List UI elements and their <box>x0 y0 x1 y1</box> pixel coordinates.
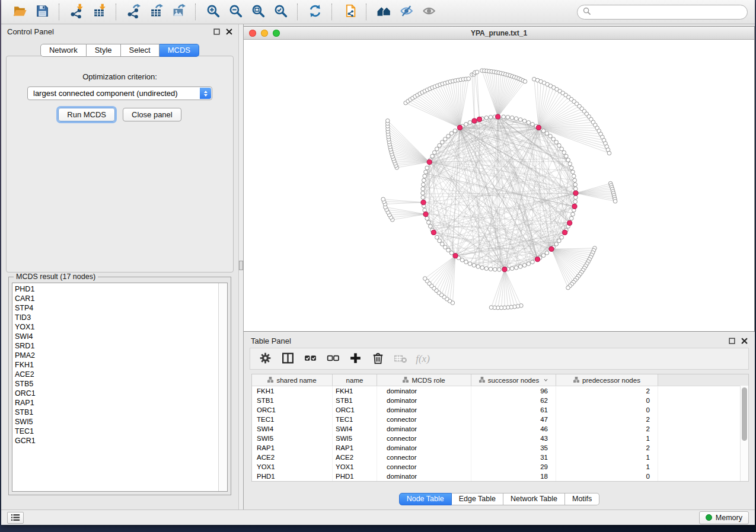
table-cell[interactable]: 0 <box>556 396 658 405</box>
tab-select[interactable]: Select <box>121 44 160 57</box>
column-header-shared-name[interactable]: shared name <box>252 374 333 386</box>
table-row[interactable]: PHD1PHD1dominator180 <box>252 472 748 481</box>
mcds-result-list[interactable]: PHD1CAR1STP4TID3YOX1SWI4SRD1PMA2FKH1ACE2… <box>12 283 228 492</box>
table-cell[interactable]: FKH1 <box>252 386 333 396</box>
export-table-button[interactable] <box>147 3 165 21</box>
tab-node-table[interactable]: Node Table <box>399 493 452 505</box>
table-cell[interactable]: dominator <box>377 472 471 481</box>
mcds-result-item[interactable]: PHD1 <box>15 284 218 294</box>
table-cell[interactable]: 2 <box>556 424 658 434</box>
table-cell[interactable]: connector <box>377 415 471 424</box>
table-cell[interactable]: 18 <box>471 472 556 481</box>
tab-motifs[interactable]: Motifs <box>565 493 599 505</box>
table-scrollbar-thumb[interactable] <box>742 387 747 441</box>
mcds-result-item[interactable]: STB1 <box>15 408 218 417</box>
column-header-successor-nodes[interactable]: successor nodes <box>471 374 556 386</box>
table-cell[interactable]: dominator <box>377 396 471 405</box>
mcds-list-scrollbar[interactable] <box>218 283 227 491</box>
tab-network[interactable]: Network <box>40 44 87 57</box>
table-cell[interactable]: RAP1 <box>333 443 377 453</box>
close-panel-icon[interactable] <box>226 28 232 35</box>
table-cell[interactable]: 96 <box>471 386 556 396</box>
refresh-view-button[interactable] <box>306 3 324 21</box>
mcds-result-item[interactable]: TID3 <box>15 313 218 322</box>
mcds-result-item[interactable]: STB5 <box>15 379 218 389</box>
optimization-criterion-select[interactable]: largest connected component (undirected) <box>27 86 212 100</box>
table-cell[interactable]: SWI4 <box>333 424 377 434</box>
table-cell[interactable]: 43 <box>471 434 556 443</box>
table-cell[interactable]: 0 <box>556 472 658 481</box>
float-panel-icon[interactable] <box>213 28 220 35</box>
mcds-result-item[interactable]: ACE2 <box>15 370 218 379</box>
tab-mcds[interactable]: MCDS <box>160 44 199 57</box>
table-cell[interactable]: SWI5 <box>333 434 377 443</box>
table-cell[interactable]: PHD1 <box>333 472 377 481</box>
open-session-button[interactable] <box>11 3 28 21</box>
tab-style[interactable]: Style <box>87 44 121 57</box>
table-cell[interactable]: 46 <box>471 424 556 434</box>
table-row[interactable]: RAP1RAP1dominator352 <box>252 443 748 453</box>
table-cell[interactable]: dominator <box>377 443 471 453</box>
save-session-button[interactable] <box>33 3 51 21</box>
network-canvas[interactable] <box>244 40 754 331</box>
mcds-result-item[interactable]: ORC1 <box>15 389 218 398</box>
table-cell[interactable]: 2 <box>556 386 658 396</box>
column-header-predecessor-nodes[interactable]: predecessor nodes <box>556 374 658 386</box>
network-file-button[interactable] <box>340 3 358 21</box>
table-cell[interactable]: PHD1 <box>252 472 333 481</box>
zoom-in-button[interactable] <box>204 3 222 21</box>
table-row[interactable]: ACE2ACE2connector311 <box>252 453 748 462</box>
table-cell[interactable]: 0 <box>556 405 658 415</box>
mcds-result-item[interactable]: STP4 <box>15 303 218 313</box>
zoom-selected-button[interactable] <box>272 3 289 21</box>
table-cell[interactable]: dominator <box>377 424 471 434</box>
home-sites-button[interactable] <box>375 3 393 21</box>
table-cell[interactable]: SWI4 <box>252 424 333 434</box>
table-cell[interactable]: connector <box>377 434 471 443</box>
select-all-rows-button[interactable] <box>302 351 318 367</box>
table-cell[interactable]: RAP1 <box>252 443 333 453</box>
table-cell[interactable]: dominator <box>377 405 471 415</box>
hide-graphics-details-button[interactable] <box>397 3 415 21</box>
splitter-handle[interactable] <box>239 261 243 270</box>
search-field[interactable] <box>577 5 748 20</box>
mcds-result-item[interactable]: SWI5 <box>15 417 218 427</box>
export-image-button[interactable] <box>170 3 187 21</box>
network-window-titlebar[interactable]: YPA_prune.txt_1 <box>244 27 754 40</box>
mcds-result-item[interactable]: TEC1 <box>15 427 218 436</box>
table-cell[interactable]: 1 <box>556 462 658 472</box>
window-maximize-icon[interactable] <box>273 30 280 37</box>
memory-button[interactable]: Memory <box>699 511 749 524</box>
table-row[interactable]: SWI5SWI5connector431 <box>252 434 748 443</box>
table-cell[interactable]: STB1 <box>333 396 377 405</box>
tab-edge-table[interactable]: Edge Table <box>452 493 503 505</box>
mcds-result-item[interactable]: YOX1 <box>15 322 218 332</box>
table-cell[interactable]: ACE2 <box>252 453 333 462</box>
table-cell[interactable]: 35 <box>471 443 556 453</box>
mcds-result-item[interactable]: CAR1 <box>15 294 218 303</box>
export-network-button[interactable] <box>125 3 142 21</box>
table-row[interactable]: TEC1TEC1connector472 <box>252 415 748 424</box>
task-history-button[interactable] <box>7 512 24 524</box>
mcds-result-item[interactable]: PMA2 <box>15 351 218 360</box>
table-cell[interactable]: ACE2 <box>333 453 377 462</box>
table-scrollbar[interactable] <box>740 386 748 481</box>
delete-column-button[interactable] <box>370 351 385 367</box>
table-cell[interactable]: 29 <box>471 462 556 472</box>
import-table-button[interactable] <box>90 3 108 21</box>
search-input[interactable] <box>594 7 742 17</box>
table-cell[interactable]: 1 <box>556 434 658 443</box>
table-cell[interactable]: TEC1 <box>252 415 333 424</box>
tab-network-table[interactable]: Network Table <box>503 493 565 505</box>
table-cell[interactable]: 2 <box>556 415 658 424</box>
table-row[interactable]: ORC1ORC1dominator610 <box>252 405 748 415</box>
window-minimize-icon[interactable] <box>261 30 268 37</box>
table-cell[interactable]: ORC1 <box>333 405 377 415</box>
zoom-fit-button[interactable] <box>249 3 267 21</box>
table-cell[interactable]: 47 <box>471 415 556 424</box>
deselect-all-rows-button[interactable] <box>325 351 340 367</box>
table-row[interactable]: FKH1FKH1dominator962 <box>252 386 748 396</box>
table-cell[interactable]: 62 <box>471 396 556 405</box>
float-table-panel-icon[interactable] <box>729 338 735 344</box>
column-header-MCDS-role[interactable]: MCDS role <box>377 374 471 386</box>
